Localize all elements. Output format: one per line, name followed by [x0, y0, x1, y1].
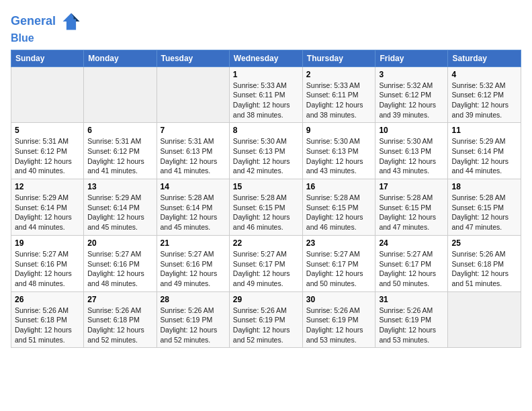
weekday-header-monday: Monday	[84, 50, 157, 66]
day-number: 15	[233, 182, 299, 191]
calendar-cell	[84, 66, 157, 123]
day-number: 23	[306, 238, 372, 248]
calendar-cell: 31Sunrise: 5:26 AMSunset: 6:19 PMDayligh…	[375, 291, 448, 348]
calendar-cell: 3Sunrise: 5:32 AMSunset: 6:12 PMDaylight…	[375, 66, 448, 123]
calendar-cell: 22Sunrise: 5:27 AMSunset: 6:17 PMDayligh…	[229, 235, 302, 291]
day-number: 26	[15, 295, 80, 304]
day-number: 7	[161, 126, 226, 135]
day-number: 18	[451, 182, 517, 191]
calendar-cell: 1Sunrise: 5:33 AMSunset: 6:11 PMDaylight…	[229, 66, 302, 123]
calendar-cell: 24Sunrise: 5:27 AMSunset: 6:17 PMDayligh…	[375, 235, 448, 291]
calendar-cell: 14Sunrise: 5:28 AMSunset: 6:14 PMDayligh…	[157, 179, 229, 236]
day-info: Sunrise: 5:31 AMSunset: 6:12 PMDaylight:…	[87, 136, 152, 176]
calendar-cell: 23Sunrise: 5:27 AMSunset: 6:17 PMDayligh…	[302, 235, 375, 291]
day-info: Sunrise: 5:26 AMSunset: 6:19 PMDaylight:…	[306, 306, 372, 345]
day-number: 4	[451, 70, 517, 79]
day-info: Sunrise: 5:28 AMSunset: 6:15 PMDaylight:…	[306, 193, 372, 232]
weekday-header-friday: Friday	[375, 50, 448, 66]
day-info: Sunrise: 5:26 AMSunset: 6:18 PMDaylight:…	[15, 306, 80, 345]
calendar-cell: 17Sunrise: 5:28 AMSunset: 6:15 PMDayligh…	[375, 179, 448, 236]
day-number: 31	[379, 295, 444, 304]
day-info: Sunrise: 5:30 AMSunset: 6:13 PMDaylight:…	[379, 136, 444, 176]
day-info: Sunrise: 5:28 AMSunset: 6:15 PMDaylight:…	[233, 193, 299, 232]
day-info: Sunrise: 5:26 AMSunset: 6:19 PMDaylight:…	[161, 306, 226, 345]
day-info: Sunrise: 5:27 AMSunset: 6:16 PMDaylight:…	[161, 249, 226, 289]
calendar-cell: 11Sunrise: 5:29 AMSunset: 6:14 PMDayligh…	[448, 123, 521, 179]
day-number: 14	[161, 182, 226, 191]
day-info: Sunrise: 5:26 AMSunset: 6:18 PMDaylight:…	[451, 249, 517, 289]
calendar-cell: 2Sunrise: 5:33 AMSunset: 6:11 PMDaylight…	[302, 66, 375, 123]
day-info: Sunrise: 5:26 AMSunset: 6:19 PMDaylight:…	[379, 306, 444, 345]
calendar-cell: 21Sunrise: 5:27 AMSunset: 6:16 PMDayligh…	[157, 235, 229, 291]
page-header: General Blue	[11, 11, 521, 44]
day-number: 9	[306, 126, 372, 135]
day-info: Sunrise: 5:31 AMSunset: 6:12 PMDaylight:…	[15, 136, 80, 176]
weekday-header-wednesday: Wednesday	[229, 50, 302, 66]
day-number: 25	[451, 238, 517, 248]
day-info: Sunrise: 5:33 AMSunset: 6:11 PMDaylight:…	[233, 81, 299, 120]
calendar-cell: 9Sunrise: 5:30 AMSunset: 6:13 PMDaylight…	[302, 123, 375, 179]
calendar-cell: 19Sunrise: 5:27 AMSunset: 6:16 PMDayligh…	[11, 235, 84, 291]
day-info: Sunrise: 5:28 AMSunset: 6:15 PMDaylight:…	[451, 193, 517, 232]
day-number: 16	[306, 182, 372, 191]
logo-icon	[60, 11, 82, 32]
day-info: Sunrise: 5:28 AMSunset: 6:15 PMDaylight:…	[379, 193, 444, 232]
day-info: Sunrise: 5:28 AMSunset: 6:14 PMDaylight:…	[161, 193, 226, 232]
calendar-cell: 26Sunrise: 5:26 AMSunset: 6:18 PMDayligh…	[11, 291, 84, 348]
day-info: Sunrise: 5:30 AMSunset: 6:13 PMDaylight:…	[306, 136, 372, 176]
day-number: 10	[379, 126, 444, 135]
day-number: 30	[306, 295, 372, 304]
calendar-cell: 16Sunrise: 5:28 AMSunset: 6:15 PMDayligh…	[302, 179, 375, 236]
calendar-cell: 8Sunrise: 5:30 AMSunset: 6:13 PMDaylight…	[229, 123, 302, 179]
calendar-week-4: 19Sunrise: 5:27 AMSunset: 6:16 PMDayligh…	[11, 235, 521, 291]
calendar-cell: 13Sunrise: 5:29 AMSunset: 6:14 PMDayligh…	[84, 179, 157, 236]
day-info: Sunrise: 5:32 AMSunset: 6:12 PMDaylight:…	[379, 81, 444, 120]
logo-blue-text: Blue	[11, 32, 82, 44]
day-info: Sunrise: 5:27 AMSunset: 6:16 PMDaylight:…	[15, 249, 80, 289]
calendar-week-1: 1Sunrise: 5:33 AMSunset: 6:11 PMDaylight…	[11, 66, 521, 123]
calendar-week-2: 5Sunrise: 5:31 AMSunset: 6:12 PMDaylight…	[11, 123, 521, 179]
day-number: 13	[87, 182, 152, 191]
day-info: Sunrise: 5:33 AMSunset: 6:11 PMDaylight:…	[306, 81, 372, 120]
day-info: Sunrise: 5:31 AMSunset: 6:13 PMDaylight:…	[161, 136, 226, 176]
day-number: 8	[233, 126, 299, 135]
day-number: 20	[87, 238, 152, 248]
day-number: 29	[233, 295, 299, 304]
calendar-table: SundayMondayTuesdayWednesdayThursdayFrid…	[11, 50, 521, 349]
weekday-header-thursday: Thursday	[302, 50, 375, 66]
calendar-cell: 5Sunrise: 5:31 AMSunset: 6:12 PMDaylight…	[11, 123, 84, 179]
day-number: 2	[306, 70, 372, 79]
calendar-cell: 20Sunrise: 5:27 AMSunset: 6:16 PMDayligh…	[84, 235, 157, 291]
day-number: 24	[379, 238, 444, 248]
calendar-week-3: 12Sunrise: 5:29 AMSunset: 6:14 PMDayligh…	[11, 179, 521, 236]
calendar-cell: 4Sunrise: 5:32 AMSunset: 6:12 PMDaylight…	[448, 66, 521, 123]
day-info: Sunrise: 5:27 AMSunset: 6:17 PMDaylight:…	[233, 249, 299, 289]
weekday-header-sunday: Sunday	[11, 50, 84, 66]
calendar-cell: 25Sunrise: 5:26 AMSunset: 6:18 PMDayligh…	[448, 235, 521, 291]
day-number: 12	[15, 182, 80, 191]
day-number: 21	[161, 238, 226, 248]
weekday-header-saturday: Saturday	[448, 50, 521, 66]
day-number: 17	[379, 182, 444, 191]
calendar-cell: 18Sunrise: 5:28 AMSunset: 6:15 PMDayligh…	[448, 179, 521, 236]
day-number: 22	[233, 238, 299, 248]
calendar-cell: 15Sunrise: 5:28 AMSunset: 6:15 PMDayligh…	[229, 179, 302, 236]
day-info: Sunrise: 5:32 AMSunset: 6:12 PMDaylight:…	[451, 81, 517, 120]
day-number: 5	[15, 126, 80, 135]
calendar-week-5: 26Sunrise: 5:26 AMSunset: 6:18 PMDayligh…	[11, 291, 521, 348]
calendar-cell: 12Sunrise: 5:29 AMSunset: 6:14 PMDayligh…	[11, 179, 84, 236]
calendar-cell: 30Sunrise: 5:26 AMSunset: 6:19 PMDayligh…	[302, 291, 375, 348]
calendar-cell	[11, 66, 84, 123]
day-info: Sunrise: 5:29 AMSunset: 6:14 PMDaylight:…	[87, 193, 152, 232]
day-number: 28	[161, 295, 226, 304]
day-number: 3	[379, 70, 444, 79]
day-number: 19	[15, 238, 80, 248]
day-info: Sunrise: 5:26 AMSunset: 6:18 PMDaylight:…	[87, 306, 152, 345]
calendar-cell: 27Sunrise: 5:26 AMSunset: 6:18 PMDayligh…	[84, 291, 157, 348]
day-number: 27	[87, 295, 152, 304]
day-info: Sunrise: 5:29 AMSunset: 6:14 PMDaylight:…	[451, 136, 517, 176]
calendar-cell: 29Sunrise: 5:26 AMSunset: 6:19 PMDayligh…	[229, 291, 302, 348]
day-number: 11	[451, 126, 517, 135]
calendar-cell	[448, 291, 521, 348]
calendar-cell: 28Sunrise: 5:26 AMSunset: 6:19 PMDayligh…	[157, 291, 229, 348]
